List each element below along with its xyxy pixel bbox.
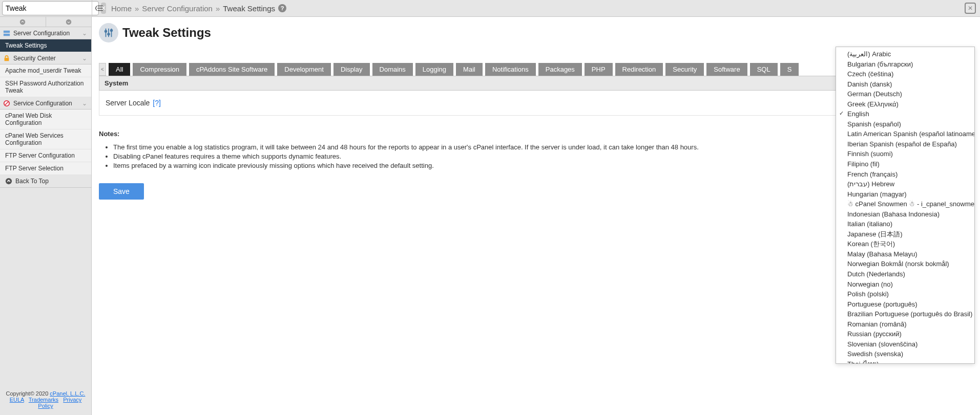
help-icon[interactable]: ? [278, 4, 286, 12]
sidebar-item-webservices[interactable]: cPanel Web Services Configuration [0, 129, 91, 149]
locale-option[interactable]: Italian (italiano) [836, 219, 974, 229]
tab-redirection[interactable]: Redirection [615, 63, 663, 76]
sidebar-item-ssh-password[interactable]: SSH Password Authorization Tweak [0, 77, 91, 97]
locale-option[interactable]: Iberian Spanish (español de España) [836, 139, 974, 149]
locale-option[interactable]: Danish (dansk) [836, 79, 974, 90]
locale-option[interactable]: Brazilian Portuguese (português do Brasi… [836, 309, 974, 319]
sidebar-back-to-top[interactable]: Back To Top [0, 175, 91, 188]
main-content: Tweak Settings < AllCompressioncPAddons … [92, 17, 980, 415]
breadcrumb-server-config[interactable]: Server Configuration [142, 4, 213, 13]
tab-s[interactable]: S [780, 63, 799, 76]
svg-rect-5 [4, 30, 10, 32]
nav-section-label: Security Center [13, 55, 56, 62]
locale-option[interactable]: Hungarian (magyar) [836, 189, 974, 200]
sidebar-item-ftp-config[interactable]: FTP Server Configuration [0, 149, 91, 162]
locale-option[interactable]: Finnish (suomi) [836, 149, 974, 159]
sidebar-item-apache-userdir[interactable]: Apache mod_userdir Tweak [0, 64, 91, 77]
tab-domains[interactable]: Domains [372, 63, 413, 76]
locale-option[interactable]: German (Deutsch) [836, 89, 974, 99]
nav-section-label: Server Configuration [13, 30, 70, 37]
nav-section-label: Service Configuration [13, 100, 72, 107]
tab-compression[interactable]: Compression [133, 63, 186, 76]
locale-option[interactable]: Japanese (日本語) [836, 229, 974, 239]
locale-option[interactable]: Filipino (fil) [836, 159, 974, 169]
save-button[interactable]: Save [99, 183, 144, 200]
locale-option[interactable]: (العربية) Arabic [836, 49, 974, 59]
sidebar-item-tweak-settings[interactable]: Tweak Settings [0, 39, 91, 52]
search-input[interactable] [2, 1, 99, 15]
tabs-scroll-left-icon[interactable]: < [99, 63, 106, 76]
sidebar-toggle-icon[interactable] [92, 0, 106, 17]
locale-option[interactable]: Swedish (svenska) [836, 349, 974, 359]
tab-notifications[interactable]: Notifications [485, 63, 536, 76]
tab-logging[interactable]: Logging [415, 63, 453, 76]
sliders-icon [99, 23, 118, 42]
svg-point-4 [66, 19, 72, 25]
svg-rect-7 [5, 58, 9, 61]
back-to-top-label: Back To Top [15, 178, 49, 185]
chevron-down-icon: ⌄ [81, 55, 88, 62]
server-icon [3, 30, 10, 37]
locale-option[interactable]: Thai (ไทย) [836, 359, 974, 364]
tab-sql[interactable]: SQL [750, 63, 778, 76]
locale-option[interactable]: French (français) [836, 169, 974, 180]
nav-section-server-config[interactable]: Server Configuration ⌄ [0, 27, 91, 39]
locale-option[interactable]: Greek (Ελληνικά) [836, 99, 974, 110]
svg-point-12 [105, 30, 107, 32]
sidebar-down-icon[interactable] [46, 17, 92, 27]
service-icon [3, 100, 10, 107]
locale-option[interactable]: (עברית) Hebrew [836, 179, 974, 189]
nav-section-service-config[interactable]: Service Configuration ⌄ [0, 97, 91, 110]
copyright-text: Copyright© 2020 [6, 390, 50, 397]
svg-point-3 [20, 19, 26, 25]
tab-security[interactable]: Security [665, 63, 704, 76]
sidebar-item-webdisk[interactable]: cPanel Web Disk Configuration [0, 110, 91, 129]
locale-option[interactable]: Norwegian Bokmål (norsk bokmål) [836, 259, 974, 269]
nav-section-security-center[interactable]: Security Center ⌄ [0, 52, 91, 64]
cpanel-link[interactable]: cPanel, L.L.C. [50, 390, 85, 397]
lock-icon [3, 55, 10, 62]
svg-point-14 [108, 33, 110, 35]
locale-option[interactable]: Czech (čeština) [836, 69, 974, 79]
svg-point-10 [6, 178, 12, 184]
locale-option[interactable]: Indonesian (Bahasa Indonesia) [836, 209, 974, 220]
svg-point-16 [111, 30, 113, 32]
eula-link[interactable]: EULA [10, 397, 24, 403]
locale-option[interactable]: Polish (polski) [836, 289, 974, 299]
server-locale-dropdown[interactable]: (العربية) ArabicBulgarian (български)Cze… [836, 47, 975, 364]
locale-option[interactable]: Romanian (română) [836, 319, 974, 330]
locale-option[interactable]: Latin American Spanish (español latinoam… [836, 129, 974, 139]
tab-cpaddons-site-software[interactable]: cPAddons Site Software [189, 63, 275, 76]
locale-option[interactable]: English [836, 109, 974, 119]
locale-option[interactable]: Bulgarian (български) [836, 59, 974, 70]
tab-development[interactable]: Development [277, 63, 331, 76]
locale-option[interactable]: Dutch (Nederlands) [836, 269, 974, 279]
locale-option[interactable]: Russian (русский) [836, 329, 974, 339]
breadcrumb-home[interactable]: Home [111, 4, 132, 13]
tab-php[interactable]: PHP [585, 63, 613, 76]
sidebar-up-icon[interactable] [0, 17, 46, 27]
breadcrumb-sep-icon: » [135, 4, 139, 13]
locale-option[interactable]: Korean (한국어) [836, 239, 974, 249]
top-bar: ✕ Home » Server Configuration » Tweak Se… [0, 0, 980, 17]
arrow-up-icon [5, 178, 12, 185]
breadcrumb: Home » Server Configuration » Tweak Sett… [106, 4, 965, 13]
tab-software[interactable]: Software [706, 63, 747, 76]
close-panel-icon[interactable]: ✕ [965, 3, 976, 14]
setting-help-link[interactable]: [?] [153, 99, 161, 107]
tab-display[interactable]: Display [333, 63, 370, 76]
page-title: Tweak Settings [122, 26, 211, 40]
sidebar-item-ftp-selection[interactable]: FTP Server Selection [0, 162, 91, 175]
tab-packages[interactable]: Packages [538, 63, 582, 76]
locale-option[interactable]: Spanish (español) [836, 119, 974, 129]
locale-option[interactable]: Portuguese (português) [836, 299, 974, 310]
tab-all[interactable]: All [109, 63, 130, 76]
locale-option[interactable]: Norwegian (no) [836, 279, 974, 290]
search-area: ✕ [0, 0, 92, 17]
locale-option[interactable]: ☃ cPanel Snowmen ☃ - i_cpanel_snowmen [836, 199, 974, 209]
locale-option[interactable]: Slovenian (slovenščina) [836, 339, 974, 350]
setting-label-text: Server Locale [106, 99, 150, 107]
locale-option[interactable]: Malay (Bahasa Melayu) [836, 249, 974, 259]
tab-mail[interactable]: Mail [456, 63, 483, 76]
trademarks-link[interactable]: Trademarks [29, 397, 58, 403]
